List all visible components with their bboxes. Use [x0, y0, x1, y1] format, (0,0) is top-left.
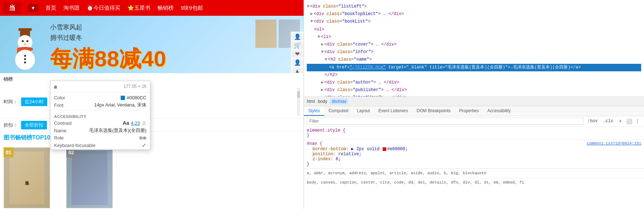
tab-accessibility[interactable]: Accessibility — [483, 106, 515, 116]
styles-toolbar: :hov .cls + ⬜ ⋮ — [304, 116, 644, 127]
expand-arrow-12[interactable]: ▶ — [321, 87, 324, 92]
banner-book-1 — [255, 19, 277, 48]
svg-point-7 — [26, 40, 29, 42]
tooltip-keyboard-value: ✓ — [142, 142, 146, 149]
pseudo-states-button[interactable]: :hov — [585, 118, 599, 125]
time-filter-button[interactable]: 近24小时 — [21, 98, 47, 106]
site-logo[interactable]: 当 — [4, 2, 21, 14]
tooltip-name-label: Name — [54, 128, 67, 133]
banner-main-text: 每满88减40 — [50, 44, 166, 73]
nav-item-price9[interactable]: 9块9包邮 — [181, 5, 203, 11]
css-block-nav: #nav { common1.css?id=0914:151 border-bo… — [304, 140, 644, 168]
expand-arrow-5[interactable]: ▼ — [318, 34, 320, 39]
expand-arrow-6[interactable]: ▶ — [321, 42, 324, 47]
book-list-area: 01 毛泽东选集 毛泽东选集(普及本)(全四册) 毛泽东 人民出版社 ★ ★ ★… — [0, 144, 304, 209]
add-style-rule-button[interactable]: + — [617, 118, 624, 125]
tooltip-accessibility-label: ACCESSIBILITY — [50, 112, 150, 119]
book-item-02: 02 — [66, 147, 124, 209]
css-block-element-style: element.style { } — [304, 127, 644, 140]
wishlist-icon[interactable]: ❤ — [292, 51, 303, 57]
top-nav: 当 ▼ 首页 淘书团 ⏰今日值得买 ⭐五星书 畅销榜 9块9包邮 — [0, 0, 304, 16]
tab-computed[interactable]: Computed — [324, 106, 353, 116]
css-close-element: } — [307, 133, 641, 138]
tooltip-color-value: #0080CC — [121, 95, 146, 100]
contrast-warning-icon: ⚠ — [142, 120, 146, 126]
tab-dom-breakpoints[interactable]: DOM Breakpoints — [412, 106, 455, 116]
dom-line-5: ▼<li> — [307, 33, 641, 41]
account-icon[interactable]: 👤 — [292, 59, 303, 66]
more-options-button[interactable]: ⋮ — [634, 118, 641, 125]
right-sidebar: 👤 🛒 ❤ 👤 ▲ — [291, 32, 304, 73]
tooltip-font-label: Font — [54, 103, 63, 108]
svg-point-10 — [24, 58, 26, 60]
tab-properties[interactable]: Properties — [455, 106, 483, 116]
devtools-panel: ▼<div class="listLeft"> ▶<div class="boo… — [304, 0, 644, 209]
svg-point-9 — [24, 55, 26, 57]
expand-arrow-8[interactable]: ▼ — [325, 57, 327, 62]
time-filter-label: 时间： — [4, 99, 18, 105]
dom-line-1: ▼<div class="listLeft"> — [307, 3, 641, 10]
dom-tree: ▼<div class="listLeft"> ▶<div class="boo… — [304, 0, 644, 97]
rank-badge-01: 01 — [4, 147, 14, 157]
css-bottom-text: a, abbr, acronym, address, applet, artic… — [304, 168, 644, 178]
snowman-icon — [7, 27, 43, 73]
tooltip-contrast-value: Aa 4.23 ⚠ — [123, 120, 146, 126]
tooltip-font-row: Font 14px Arial, Verdana, 宋体 — [50, 101, 150, 109]
filter-discount-row: 折扣： 全部折扣 5折 — [0, 119, 304, 132]
dom-line-2: ▶<div class="bookTopSlect"> … </div> — [307, 10, 641, 18]
tooltip-contrast-label: Contrast — [54, 120, 72, 126]
svg-rect-0 — [18, 28, 32, 31]
dom-line-10: </h2> — [307, 71, 641, 79]
nav-item-today[interactable]: ⏰今日值得买 — [87, 5, 120, 11]
css-source-link-nav[interactable]: common1.css?id=0914:151 — [587, 141, 641, 146]
css-source-nav: #nav { common1.css?id=0914:151 — [307, 141, 641, 146]
breadcrumb-active[interactable]: div#nav — [330, 98, 348, 105]
breadcrumb-html[interactable]: html — [307, 99, 315, 104]
banner-subtitle2: 拥书过暖冬 — [50, 33, 166, 42]
user-icon[interactable]: 👤 — [292, 33, 303, 40]
nav-item-home[interactable]: 首页 — [45, 5, 56, 11]
expand-arrow-2[interactable]: ▶ — [310, 11, 313, 16]
cart-icon[interactable]: 🛒 — [292, 42, 303, 49]
scroll-up-icon[interactable]: ▲ — [292, 68, 303, 73]
expand-arrow-7[interactable]: ▼ — [321, 49, 324, 54]
tooltip-name-value: 毛泽东选集(普及本)(全四册) — [89, 127, 146, 134]
expand-arrow-11[interactable]: ▶ — [321, 80, 324, 85]
contrast-aa: Aa — [123, 120, 129, 126]
nav-item-bestseller[interactable]: 畅销榜 — [158, 5, 174, 11]
tooltip-keyboard-row: Keyboard-focusable ✓ — [50, 141, 150, 149]
nav-item-fivestar[interactable]: ⭐五星书 — [127, 5, 150, 11]
discount-filter-button[interactable]: 全部折扣 — [21, 121, 47, 129]
nav-item-taoshutuan[interactable]: 淘书团 — [63, 5, 79, 11]
expand-arrow-3[interactable]: ▼ — [310, 19, 313, 24]
cls-button[interactable]: .cls — [601, 118, 615, 125]
tooltip-role-label: Role — [54, 135, 64, 141]
tooltip-name-row: Name 毛泽东选集(普及本)(全四册) — [50, 127, 150, 134]
tooltip-font-value: 14px Arial, Verdana, 宋体 — [94, 102, 146, 108]
dom-line-4: <ul> — [307, 26, 641, 33]
tab-layout[interactable]: Layout — [353, 106, 374, 116]
tab-styles[interactable]: Styles — [304, 106, 324, 116]
dom-line-8: ▼<h2 class="name"> — [307, 56, 641, 63]
styles-panel: :hov .cls + ⬜ ⋮ element.style { } #nav {… — [304, 116, 644, 209]
tooltip-color-row: Color #0080CC — [50, 94, 150, 101]
book-list-header: 图书畅销榜TOP1000 品，点此查看 淘书团排行榜 — [0, 132, 304, 144]
dom-line-13: ▶<div class="startWrap"> … </div> — [307, 94, 641, 97]
webpage-panel: 当 ▼ 首页 淘书团 ⏰今日值得买 ⭐五星书 畅销榜 9块9包邮 — [0, 0, 304, 209]
section-label: 销榜 — [0, 73, 304, 85]
css-selector-element: element.style { — [307, 128, 641, 133]
expand-arrow[interactable]: ▼ — [307, 4, 309, 9]
tab-event-listeners[interactable]: Event Listeners — [374, 106, 412, 116]
styles-filter-input[interactable] — [307, 118, 584, 125]
nav-dropdown[interactable]: ▼ — [28, 4, 38, 12]
tooltip-dimensions: 177.05 × 16 — [124, 84, 146, 90]
breadcrumb-body[interactable]: body — [318, 99, 327, 104]
svg-point-11 — [24, 62, 26, 64]
dom-line-7: ▼<div class="infor"> — [307, 48, 641, 56]
dom-line-9-selected[interactable]: <a href="/7611259.htm" target="_blank" t… — [307, 64, 641, 71]
banner-area: 小雪寒风起 拥书过暖冬 每满88减40 👤 🛒 ❤ 👤 ▲ — [0, 16, 304, 73]
tooltip-role-value: link — [139, 135, 146, 141]
new-style-rule-button[interactable]: ⬜ — [625, 118, 633, 125]
color-swatch — [121, 96, 125, 100]
styles-icons-group: + ⬜ ⋮ — [617, 118, 641, 125]
